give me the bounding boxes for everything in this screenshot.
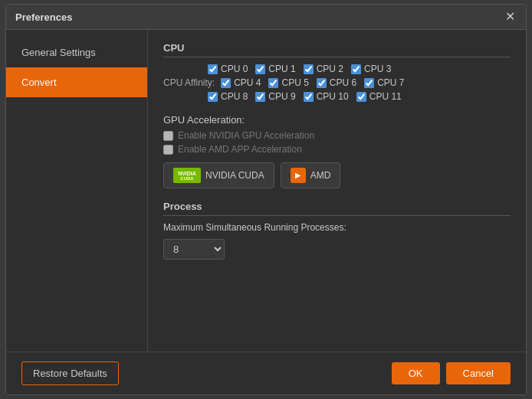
sidebar-item-general-settings[interactable]: General Settings bbox=[6, 38, 147, 67]
cpu8-label: CPU 8 bbox=[221, 91, 248, 102]
amd-btn-text: AMD bbox=[310, 170, 331, 181]
nvidia-logo: NVIDIA CUDA bbox=[173, 168, 201, 183]
cpu6-label: CPU 6 bbox=[330, 77, 356, 88]
restore-defaults-button[interactable]: Restore Defaults bbox=[21, 361, 119, 385]
preferences-dialog: Preferences ✕ General Settings Convert C… bbox=[5, 4, 527, 395]
cpu1-label: CPU 1 bbox=[268, 64, 295, 74]
cpu-affinity-label-spacer bbox=[163, 64, 202, 74]
amd-button[interactable]: ▶ AMD bbox=[281, 162, 341, 188]
cpu1-item: CPU 1 bbox=[255, 64, 295, 74]
cpu3-checkbox[interactable] bbox=[351, 64, 361, 74]
process-label: Maximum Simultaneous Running Processes: bbox=[163, 222, 511, 233]
amd-gpu-checkbox[interactable] bbox=[163, 145, 173, 155]
cancel-button[interactable]: Cancel bbox=[446, 362, 511, 384]
ok-button[interactable]: OK bbox=[392, 362, 440, 384]
cpu3-item: CPU 3 bbox=[351, 64, 391, 74]
cpu-row-1: CPU 0 CPU 1 CPU 2 CPU 3 bbox=[163, 64, 511, 74]
cpu-affinity-label-spacer2 bbox=[163, 91, 202, 102]
cpu-affinity-label: CPU Affinity: bbox=[163, 77, 215, 88]
amd-logo: ▶ bbox=[291, 168, 306, 183]
close-button[interactable]: ✕ bbox=[504, 11, 517, 23]
cpu10-item: CPU 10 bbox=[304, 91, 349, 102]
footer: Restore Defaults OK Cancel bbox=[6, 352, 526, 394]
cpu4-label: CPU 4 bbox=[234, 77, 261, 88]
cpu4-checkbox[interactable] bbox=[221, 78, 231, 88]
cpu3-label: CPU 3 bbox=[364, 64, 391, 74]
cpu9-item: CPU 9 bbox=[255, 91, 295, 102]
footer-right: OK Cancel bbox=[392, 362, 511, 384]
cpu5-checkbox[interactable] bbox=[268, 78, 278, 88]
nvidia-gpu-checkbox[interactable] bbox=[163, 131, 173, 141]
cpu-section: CPU CPU 0 CPU 1 CPU 2 bbox=[163, 42, 511, 102]
cpu10-checkbox[interactable] bbox=[304, 92, 314, 102]
sidebar-item-convert[interactable]: Convert bbox=[6, 67, 147, 97]
cpu2-checkbox[interactable] bbox=[304, 64, 314, 74]
cpu10-label: CPU 10 bbox=[317, 91, 349, 102]
cpu-section-title: CPU bbox=[163, 42, 511, 57]
cpu-row-2: CPU Affinity: CPU 4 CPU 5 CPU 6 bbox=[163, 77, 511, 88]
cpu0-label: CPU 0 bbox=[221, 64, 248, 74]
amd-gpu-label: Enable AMD APP Acceleration bbox=[178, 144, 302, 155]
cpu11-item: CPU 11 bbox=[356, 91, 402, 102]
cpu8-item: CPU 8 bbox=[208, 91, 248, 102]
cpu6-checkbox[interactable] bbox=[317, 78, 327, 88]
cpu11-checkbox[interactable] bbox=[356, 92, 366, 102]
cpu5-item: CPU 5 bbox=[268, 77, 308, 88]
sidebar: General Settings Convert bbox=[6, 30, 148, 352]
nvidia-gpu-option: Enable NVIDIA GPU Acceleration bbox=[163, 130, 511, 141]
cpu9-checkbox[interactable] bbox=[255, 92, 265, 102]
process-section-title: Process bbox=[163, 201, 511, 216]
process-select[interactable]: 1 2 3 4 5 6 7 8 9 10 11 12 bbox=[163, 239, 225, 260]
nvidia-button[interactable]: NVIDIA CUDA NVIDIA CUDA bbox=[163, 162, 274, 188]
nvidia-gpu-label: Enable NVIDIA GPU Acceleration bbox=[178, 130, 314, 141]
gpu-section-title: GPU Acceleration: bbox=[163, 114, 511, 126]
dialog-body: General Settings Convert CPU CPU 0 bbox=[6, 30, 526, 352]
cpu-row-3: CPU 8 CPU 9 CPU 10 CPU 11 bbox=[163, 91, 511, 102]
main-content: CPU CPU 0 CPU 1 CPU 2 bbox=[148, 30, 526, 352]
cpu7-item: CPU 7 bbox=[364, 77, 404, 88]
cpu5-label: CPU 5 bbox=[281, 77, 308, 88]
cpu2-item: CPU 2 bbox=[304, 64, 343, 74]
cpu1-checkbox[interactable] bbox=[255, 64, 265, 74]
nvidia-btn-text: NVIDIA CUDA bbox=[205, 170, 264, 181]
dialog-title: Preferences bbox=[15, 11, 72, 23]
amd-gpu-option: Enable AMD APP Acceleration bbox=[163, 144, 511, 155]
cpu6-item: CPU 6 bbox=[317, 77, 356, 88]
gpu-section: GPU Acceleration: Enable NVIDIA GPU Acce… bbox=[163, 114, 511, 188]
cpu0-checkbox[interactable] bbox=[208, 64, 218, 74]
cpu7-label: CPU 7 bbox=[377, 77, 404, 88]
process-section: Process Maximum Simultaneous Running Pro… bbox=[163, 201, 511, 260]
cpu11-label: CPU 11 bbox=[369, 91, 402, 102]
cpu2-label: CPU 2 bbox=[317, 64, 343, 74]
cpu0-item: CPU 0 bbox=[208, 64, 248, 74]
gpu-buttons: NVIDIA CUDA NVIDIA CUDA ▶ AMD bbox=[163, 162, 511, 188]
cpu8-checkbox[interactable] bbox=[208, 92, 218, 102]
title-bar: Preferences ✕ bbox=[6, 5, 526, 30]
cpu4-item: CPU 4 bbox=[221, 77, 261, 88]
cpu7-checkbox[interactable] bbox=[364, 78, 374, 88]
cpu9-label: CPU 9 bbox=[268, 91, 295, 102]
